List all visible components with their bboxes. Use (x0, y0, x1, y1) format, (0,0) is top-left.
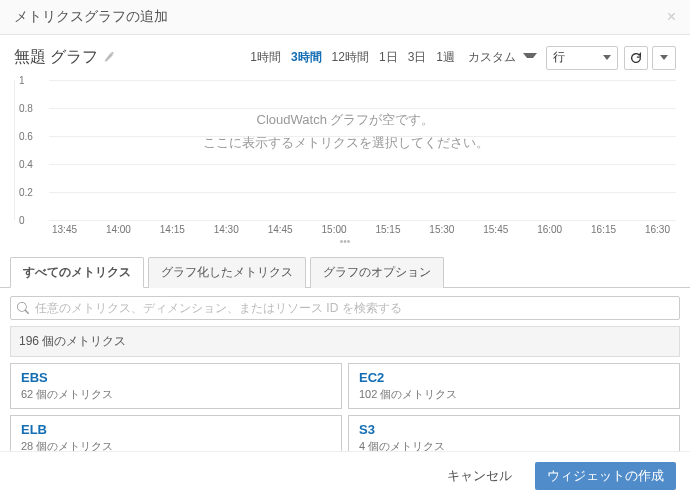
graph-title: 無題 グラフ (14, 47, 98, 68)
x-tick: 16:00 (537, 224, 562, 235)
time-range-3d[interactable]: 3日 (405, 47, 430, 68)
x-tick: 16:15 (591, 224, 616, 235)
view-type-select[interactable]: 行 (546, 46, 618, 70)
y-tick: 0 (19, 215, 25, 226)
view-type-label: 行 (553, 49, 565, 66)
y-tick: 0.8 (19, 103, 33, 114)
namespace-name: EBS (21, 370, 331, 385)
x-tick: 15:30 (429, 224, 454, 235)
tab-graphed-metrics[interactable]: グラフ化したメトリクス (148, 257, 306, 288)
modal-footer: キャンセル ウィジェットの作成 (0, 451, 690, 500)
tab-all-metrics[interactable]: すべてのメトリクス (10, 257, 144, 288)
time-range-1w[interactable]: 1週 (433, 47, 458, 68)
y-tick: 0.2 (19, 187, 33, 198)
chevron-down-icon (660, 55, 668, 60)
namespace-card-ec2[interactable]: EC2 102 個のメトリクス (348, 363, 680, 409)
toolbar: 無題 グラフ 1時間 3時間 12時間 1日 3日 1週 カスタム 行 (0, 35, 690, 76)
controls-right: 1時間 3時間 12時間 1日 3日 1週 カスタム 行 (247, 45, 676, 70)
time-range-3h[interactable]: 3時間 (288, 47, 325, 68)
refresh-button[interactable] (624, 46, 648, 70)
close-icon[interactable]: × (667, 9, 676, 25)
create-widget-button[interactable]: ウィジェットの作成 (535, 462, 676, 490)
time-range-custom[interactable]: カスタム (462, 45, 540, 70)
namespace-name: EC2 (359, 370, 669, 385)
time-range-12h[interactable]: 12時間 (329, 47, 372, 68)
time-range-1h[interactable]: 1時間 (247, 47, 284, 68)
x-tick: 13:45 (52, 224, 77, 235)
x-tick: 14:30 (214, 224, 239, 235)
x-tick: 15:15 (375, 224, 400, 235)
time-range-1d[interactable]: 1日 (376, 47, 401, 68)
search-icon (17, 302, 29, 314)
tabs: すべてのメトリクス グラフ化したメトリクス グラフのオプション (0, 256, 690, 288)
chevron-down-icon (523, 53, 537, 62)
x-tick: 16:30 (645, 224, 670, 235)
chart-area: 1 0.8 0.6 0.4 0.2 0 CloudWatch グラフが空です。 … (0, 76, 690, 236)
x-tick: 14:00 (106, 224, 131, 235)
cancel-button[interactable]: キャンセル (435, 462, 524, 490)
chart-body: 1 0.8 0.6 0.4 0.2 0 CloudWatch グラフが空です。 … (14, 80, 676, 220)
metrics-count-header: 196 個のメトリクス (10, 326, 680, 357)
chart-empty-message: CloudWatch グラフが空です。 ここに表示するメトリクスを選択してくださ… (15, 108, 676, 155)
graph-title-wrap: 無題 グラフ (14, 47, 116, 68)
x-tick: 14:45 (268, 224, 293, 235)
namespace-name: S3 (359, 422, 669, 437)
y-tick: 1 (19, 75, 25, 86)
namespace-count: 62 個のメトリクス (21, 387, 331, 402)
refresh-icon (629, 51, 643, 65)
chart-x-axis: 13:45 14:00 14:15 14:30 14:45 15:00 15:1… (14, 220, 676, 235)
time-range: 1時間 3時間 12時間 1日 3日 1週 カスタム (247, 45, 540, 70)
search-input[interactable] (35, 301, 673, 315)
namespace-count: 102 個のメトリクス (359, 387, 669, 402)
namespace-grid: EBS 62 個のメトリクス EC2 102 個のメトリクス ELB 28 個の… (10, 363, 680, 461)
pencil-icon[interactable] (104, 52, 116, 64)
search-wrap (10, 296, 680, 320)
namespace-card-ebs[interactable]: EBS 62 個のメトリクス (10, 363, 342, 409)
x-tick: 14:15 (160, 224, 185, 235)
modal-header: メトリクスグラフの追加 × (0, 0, 690, 35)
x-tick: 15:45 (483, 224, 508, 235)
chevron-down-icon (603, 55, 611, 60)
y-tick: 0.6 (19, 131, 33, 142)
namespace-name: ELB (21, 422, 331, 437)
modal-title: メトリクスグラフの追加 (14, 8, 168, 26)
x-tick: 15:00 (322, 224, 347, 235)
drag-handle-icon[interactable]: ••• (0, 238, 690, 246)
tab-graph-options[interactable]: グラフのオプション (310, 257, 444, 288)
browse-panel: 196 個のメトリクス EBS 62 個のメトリクス EC2 102 個のメトリ… (0, 288, 690, 469)
refresh-dropdown-button[interactable] (652, 46, 676, 70)
y-tick: 0.4 (19, 159, 33, 170)
